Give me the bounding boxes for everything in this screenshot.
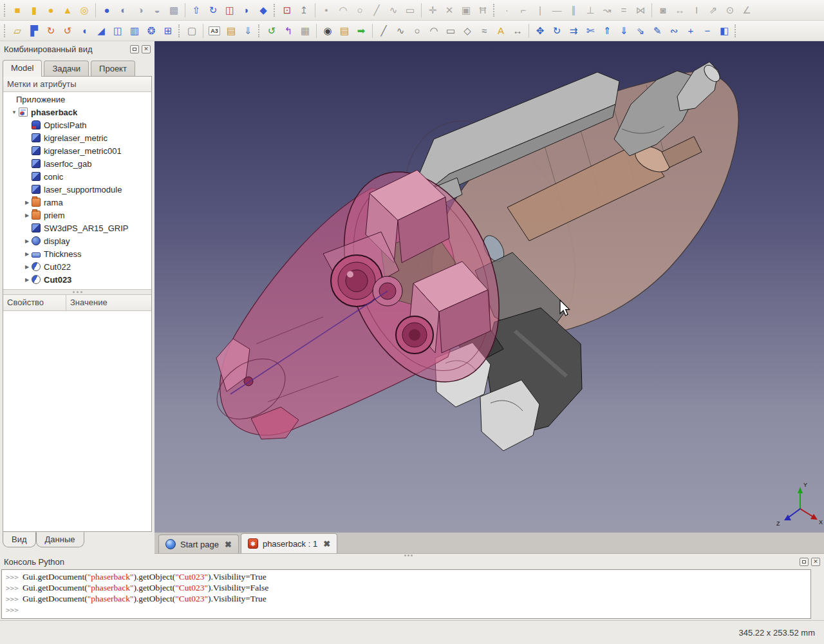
toolbar-handle[interactable] [178,24,182,37]
sketch-circle-icon[interactable]: ○ [351,2,368,19]
tree-item-kigrelaser_metric001[interactable]: kigrelaser_metric001 [3,144,151,157]
multitransform-icon[interactable]: ⊞ [160,23,176,39]
tab-close-icon[interactable]: ✖ [323,539,330,549]
console-splitter-handle[interactable] [404,554,413,556]
tree-properties-splitter[interactable] [3,289,151,295]
edit-placement-icon[interactable]: ✛ [424,2,441,19]
console-close-button[interactable]: ✕ [811,558,820,566]
constraint-lock-icon[interactable]: ◙ [655,2,671,19]
draft-addpoint-icon[interactable]: + [682,23,699,39]
sketch-icon[interactable]: ▱ [9,23,26,39]
draft-dimension-icon[interactable]: ↔ [509,23,526,39]
collapsed-arrow-icon[interactable]: ▶ [23,238,32,244]
draft-wire-icon[interactable]: ∿ [392,23,409,39]
constraint-length-icon[interactable]: ⇗ [705,2,722,19]
draft-wire2bspline-icon[interactable]: ∾ [666,23,682,39]
tree-item-OpticslPath[interactable]: OpticslPath [3,118,151,131]
povray-export-icon[interactable]: ▤ [336,23,353,39]
sketch-polyline-icon[interactable]: ∿ [385,2,402,19]
groove-icon[interactable]: ↺ [59,23,76,39]
toolbar-handle[interactable] [4,24,7,37]
collapsed-arrow-icon[interactable]: ▶ [23,264,32,270]
tree-item-phaserback[interactable]: ▼phaserback [3,106,151,118]
constraint-radius-icon[interactable]: ⊙ [722,2,738,19]
boolean-cut-icon[interactable]: ◑ [132,2,149,19]
constraint-vertical-icon[interactable]: | [532,2,548,19]
draft-edit-icon[interactable]: ✎ [649,23,666,39]
sphere-primitive-icon[interactable]: ● [42,2,59,19]
map-sketch-icon[interactable]: ▣ [458,2,474,19]
draft-downgrade-icon[interactable]: ⇓ [615,23,632,39]
cylinder-primitive-icon[interactable]: ▮ [26,2,42,19]
draft-text-icon[interactable]: A [492,23,509,39]
collapsed-arrow-icon[interactable]: ▶ [23,213,32,218]
constraint-vdistance-icon[interactable]: I [688,2,705,19]
sketch-line-icon[interactable]: ╱ [368,2,385,19]
carbon-copy-icon[interactable]: Ħ [474,2,491,19]
draft-shape2dview-icon[interactable]: ◧ [716,23,733,39]
fillet-feature-icon[interactable]: ◖ [76,23,93,39]
page-a3-icon[interactable]: A3 [206,23,223,39]
insert-view-icon[interactable]: ▤ [223,23,239,39]
tree-item-conic[interactable]: conic [3,170,151,183]
constraint-point-on-object-icon[interactable]: ⌐ [515,2,532,19]
tree-item-priem[interactable]: ▶priem [3,209,151,222]
draft-trim-icon[interactable]: ✄ [582,23,599,39]
export-drawing-icon[interactable]: ⊡ [279,2,295,19]
boolean-common-icon[interactable]: ◐ [115,2,132,19]
compound-icon[interactable]: ▩ [165,2,182,19]
draft-upgrade-icon[interactable]: ⇑ [599,23,615,39]
document-tab-start-page[interactable]: Start page✖ [158,535,239,553]
export-image-icon[interactable]: ➡ [353,23,370,39]
save-view-icon[interactable]: ⇓ [239,23,256,39]
fillet-icon[interactable]: ◗ [238,2,255,19]
tab-задачи[interactable]: Задачи [44,61,89,77]
tab-проект[interactable]: Проект [91,61,135,77]
constraint-tangent-icon[interactable]: ↝ [599,2,615,19]
shape-builder-icon[interactable]: ▦ [297,23,314,39]
new-document-icon[interactable]: ▢ [183,23,200,39]
draft-circle-icon[interactable]: ○ [409,23,426,39]
extrude-icon[interactable]: ⇧ [188,2,205,19]
tree-item-rama[interactable]: ▶rama [3,196,151,209]
collapsed-arrow-icon[interactable]: ▶ [23,277,32,283]
draft-scale-icon[interactable]: ⇘ [632,23,649,39]
collapsed-arrow-icon[interactable]: ▶ [23,200,32,205]
draft-move-icon[interactable]: ✥ [532,23,548,39]
mirror-icon[interactable]: ◫ [221,2,238,19]
toolbar-handle[interactable] [493,4,496,17]
constraint-angle-icon[interactable]: ∠ [738,2,755,19]
export-icon[interactable]: ↥ [295,2,312,19]
tab-вид[interactable]: Вид [3,532,36,547]
boolean-union-icon[interactable]: ● [98,2,115,19]
tree-item-SW3dPS_AR15_GRIP[interactable]: SW3dPS_AR15_GRIP [3,222,151,234]
toolbar-handle[interactable] [4,4,7,17]
tab-close-icon[interactable]: ✖ [225,540,232,549]
constraint-equal-icon[interactable]: = [615,2,632,19]
draft-delpoint-icon[interactable]: − [699,23,716,39]
tree-item-Cut022[interactable]: ▶Cut022 [3,260,151,273]
trim-edge-icon[interactable]: ✕ [441,2,458,19]
tree-item-Приложение[interactable]: Приложение [3,93,151,106]
constraint-horizontal-icon[interactable]: ― [548,2,565,19]
tree-item-laserfoc_gab[interactable]: laserfoc_gab [3,157,151,170]
mirrored-feature-icon[interactable]: ◫ [109,23,126,39]
box-primitive-icon[interactable]: ■ [9,2,26,19]
expanded-arrow-icon[interactable]: ▼ [10,109,19,115]
property-column-header[interactable]: Свойство [3,295,66,310]
tree-item-Thickness[interactable]: ▶Thickness [3,247,151,260]
constraint-parallel-icon[interactable]: ∥ [565,2,582,19]
python-console[interactable]: >>>Gui.getDocument("phaserback").getObje… [1,569,811,619]
boolean-section-icon[interactable]: ◒ [149,2,165,19]
toolbar-handle[interactable] [735,24,738,37]
constraint-coincident-icon[interactable]: ∙ [498,2,515,19]
sketch-point-icon[interactable]: • [318,2,335,19]
draft-polygon-icon[interactable]: ◇ [459,23,476,39]
draft-offset-icon[interactable]: ⇉ [565,23,582,39]
toolbar-handle[interactable] [258,24,261,37]
document-tab-phaserback-1[interactable]: ✱phaserback : 1✖ [241,533,337,553]
constraint-perpendicular-icon[interactable]: ⊥ [582,2,599,19]
tree-item-laser_supportmodule[interactable]: laser_supportmodule [3,183,151,196]
linear-pattern-icon[interactable]: ▥ [126,23,143,39]
model-tree[interactable]: Приложение▼phaserbackOpticslPathkigrelas… [3,93,151,287]
